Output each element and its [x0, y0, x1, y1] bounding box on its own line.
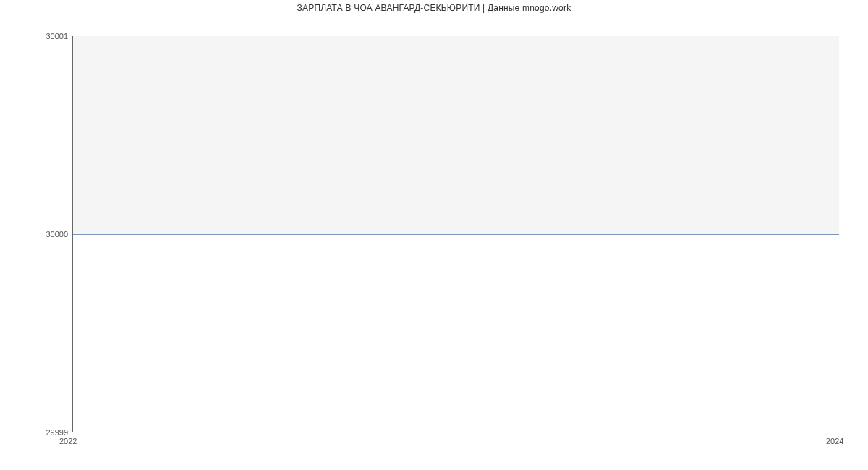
- salary-chart: ЗАРПЛАТА В ЧОА АВАНГАРД-СЕКЬЮРИТИ | Данн…: [0, 0, 868, 470]
- grid-band-upper: [73, 36, 839, 234]
- y-tick-bot: 29999: [46, 428, 68, 437]
- x-tick-left: 2022: [59, 437, 77, 445]
- x-tick-right: 2024: [826, 437, 843, 445]
- y-tick-top: 30001: [46, 32, 68, 40]
- series-line: [73, 234, 839, 235]
- y-tick-mid: 30000: [46, 230, 68, 239]
- plot-area: [72, 36, 839, 432]
- chart-title: ЗАРПЛАТА В ЧОА АВАНГАРД-СЕКЬЮРИТИ | Данн…: [0, 3, 868, 13]
